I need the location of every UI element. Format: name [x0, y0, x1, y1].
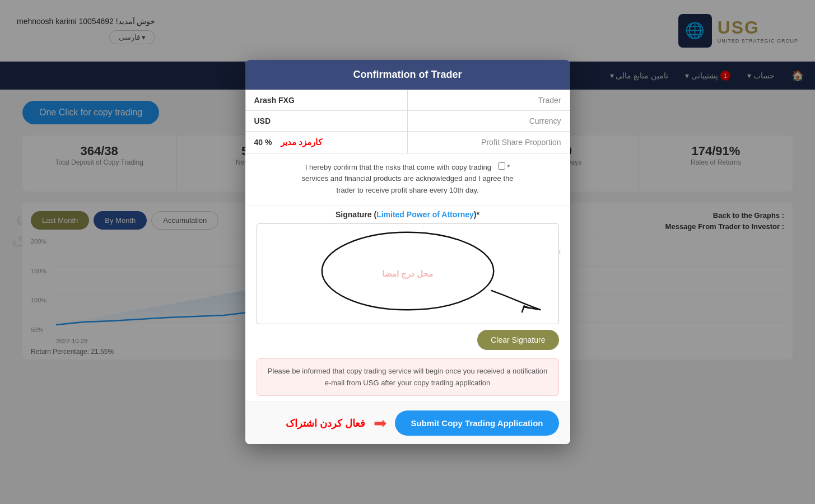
info-box: Please be informed that copy trading ser… [257, 358, 559, 396]
trader-name-value: Arash FXG [245, 90, 408, 110]
table-row-currency: USD Currency [245, 110, 570, 131]
signature-canvas[interactable]: محل درج امضا [257, 223, 559, 324]
modal-footer: فعال کردن اشتراک ➡ Submit Copy Trading A… [245, 402, 570, 444]
table-row-profit: کارمزد مدیر % 40 Profit Share Proportion [245, 131, 570, 153]
signature-label-row: Signature (Limited Power of Attorney)* [245, 206, 570, 223]
submit-copy-trading-button[interactable]: Submit Copy Trading Application [395, 410, 558, 436]
confirm-row: I hereby confirm that the risks that com… [245, 153, 570, 206]
table-row-trader: Arash FXG Trader [245, 90, 570, 110]
trader-info-table: Arash FXG Trader USD Currency کارمزد مدی… [245, 90, 570, 153]
arrow-right-icon: ➡ [374, 414, 386, 432]
confirm-star: * [507, 163, 510, 171]
currency-value: USD [245, 110, 408, 131]
modal-overlay: Confirmation of Trader × Arash FXG Trade… [0, 0, 815, 504]
confirm-text: I hereby confirm that the risks that com… [305, 163, 493, 171]
manager-fee-text: کارمزد مدیر [281, 137, 322, 147]
confirm-checkbox[interactable] [498, 162, 505, 170]
modal-title: Confirmation of Trader [353, 69, 462, 81]
confirmation-modal: Confirmation of Trader × Arash FXG Trade… [245, 60, 570, 445]
limited-power-link[interactable]: Limited Power of Attorney [376, 210, 474, 219]
confirm-text2: services and financial products are ackn… [302, 174, 514, 183]
trader-label: Trader [408, 90, 570, 110]
confirm-text3: trader to receive profit share every 10t… [336, 186, 478, 194]
clear-signature-button[interactable]: Clear Signature [477, 330, 558, 350]
activate-text: فعال کردن اشتراک [286, 417, 365, 430]
profit-label: Profit Share Proportion [408, 131, 570, 153]
modal-header: Confirmation of Trader × [245, 60, 570, 90]
profit-value: کارمزد مدیر % 40 [245, 131, 408, 153]
currency-label: Currency [408, 110, 570, 131]
profit-percent: % 40 [254, 138, 272, 147]
signature-placeholder: محل درج امضا [382, 269, 433, 279]
signature-label-suffix: )* [474, 210, 479, 219]
signature-label-text: Signature ( [336, 210, 376, 219]
